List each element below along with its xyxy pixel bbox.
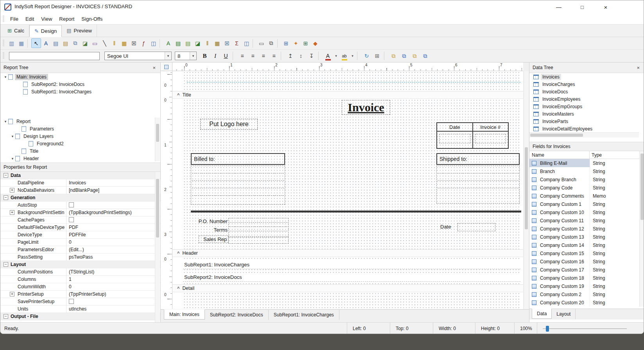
report-tree-scrollbar[interactable] xyxy=(155,118,160,161)
db-checkbox-tool-icon[interactable]: ☒ xyxy=(222,38,232,48)
barcode2d-tool-icon[interactable]: ▦ xyxy=(119,38,129,48)
property-value[interactable]: 0 xyxy=(69,284,154,289)
tree-expander-icon[interactable]: ▾ xyxy=(3,120,8,123)
db-memo-tool-icon[interactable]: ▤ xyxy=(173,38,183,48)
property-row[interactable]: Columns 1 xyxy=(0,276,160,283)
date-field-region[interactable] xyxy=(457,223,495,231)
style-name-input[interactable] xyxy=(9,52,100,60)
angle-rotate-icon[interactable]: ↻ xyxy=(362,51,371,61)
title-band-bar[interactable]: ^ Title xyxy=(172,91,523,99)
property-value[interactable]: (TStringList) xyxy=(69,269,154,275)
band-collapse-icon[interactable]: ^ xyxy=(177,286,179,291)
logo-placeholder[interactable]: Put Logo here xyxy=(200,119,258,130)
data-tree-node[interactable]: Invoices xyxy=(529,73,644,80)
date-header-cell[interactable]: Date xyxy=(437,123,472,131)
tree-expander-icon[interactable]: ▾ xyxy=(3,75,8,79)
report-page[interactable]: ^ Title Invoice Put Logo here Date Invoi… xyxy=(172,71,523,309)
image-tool-icon[interactable]: ◪ xyxy=(80,38,90,48)
font-size-select[interactable]: 8 ▾ xyxy=(175,52,197,60)
send-to-back-icon[interactable]: ⧉ xyxy=(399,51,409,61)
terms-label[interactable]: Terms xyxy=(191,227,228,233)
memo-tool-icon[interactable]: ▤ xyxy=(51,38,61,48)
property-value[interactable]: 1 xyxy=(69,277,154,282)
bring-to-front-icon[interactable]: ⧉ xyxy=(389,51,398,61)
property-row[interactable]: SavePrinterSetup xyxy=(0,298,160,305)
field-row[interactable]: Company Code String xyxy=(529,184,644,192)
menu-item[interactable]: Sign-Offs xyxy=(78,14,106,23)
align-bottom-icon[interactable]: ↧ xyxy=(307,51,316,61)
shipped-to-region[interactable] xyxy=(436,166,520,204)
bold-button[interactable]: B xyxy=(200,51,210,61)
menu-item[interactable]: Edit xyxy=(22,14,38,23)
field-row[interactable]: Company Custom 20 String xyxy=(529,298,644,307)
property-value[interactable]: PDFFile xyxy=(69,232,154,238)
canvas-vertical-scrollbar[interactable] xyxy=(524,71,529,309)
tree-expander-icon[interactable]: ▾ xyxy=(10,157,15,161)
data-tree-hscrollbar[interactable] xyxy=(529,132,639,138)
scrollbar-thumb[interactable] xyxy=(640,154,644,220)
property-row[interactable]: CachePages xyxy=(0,216,160,224)
property-row[interactable]: PageLimit 0 xyxy=(0,239,160,246)
property-row[interactable]: AutoStop xyxy=(0,202,160,209)
field-row[interactable]: Company Custom 14 String xyxy=(529,241,644,249)
menu-item[interactable]: File xyxy=(7,14,22,23)
property-row[interactable]: Generation xyxy=(0,194,160,202)
field-row[interactable]: Company Custom 10 String xyxy=(529,208,644,216)
shape-tool-icon[interactable]: ▭ xyxy=(90,38,100,48)
subreport1-object[interactable]: SubReport1: InvoiceCharges xyxy=(183,261,520,269)
tree-expander-icon[interactable]: ▾ xyxy=(10,134,15,138)
close-button[interactable]: × xyxy=(594,0,617,14)
invoice-heading-label[interactable]: Invoice xyxy=(342,100,390,115)
highlight-color-icon[interactable]: ab xyxy=(339,51,349,61)
mode-tab[interactable]: ✎ Design xyxy=(29,25,62,37)
data-tree-node[interactable]: InvoiceMasters xyxy=(529,110,644,118)
dropdown-arrow-icon[interactable]: ▾ xyxy=(165,52,171,60)
close-panel-icon[interactable]: × xyxy=(151,65,157,71)
report-tree-node[interactable]: SubReport1: InvoiceCharges xyxy=(0,88,160,95)
property-expander-icon[interactable] xyxy=(4,195,8,200)
zoom-slider[interactable] xyxy=(537,323,639,334)
property-value[interactable] xyxy=(69,299,154,304)
field-row[interactable]: Company Custom 16 String xyxy=(529,257,644,266)
field-row[interactable]: Company Custom 1 String xyxy=(529,200,644,208)
field-row[interactable]: Company Comments Memo xyxy=(529,192,644,200)
highlight-color-dropdown-icon[interactable]: ▾ xyxy=(350,51,355,61)
richtext-tool-icon[interactable]: ▤ xyxy=(61,38,70,48)
align-top-icon[interactable]: ↥ xyxy=(285,51,295,61)
report-tree-node[interactable]: Title xyxy=(0,147,160,155)
field-row[interactable]: Company Custom 18 String xyxy=(529,274,644,282)
calc-tool-icon[interactable]: ƒ xyxy=(139,38,149,48)
date-label[interactable]: Date xyxy=(440,224,451,230)
data-tree-node[interactable]: InvoiceCharges xyxy=(529,80,644,88)
data-tree-node[interactable]: InvoiceParts xyxy=(529,118,644,125)
divider-line[interactable] xyxy=(191,211,521,212)
align-right-icon[interactable]: ≡ xyxy=(258,51,268,61)
date-value-cell[interactable] xyxy=(437,132,472,148)
report-tab[interactable]: SubReport2: InvoiceDocs xyxy=(205,310,269,320)
data-tree-node[interactable]: InvoiceEmployees xyxy=(529,95,644,103)
scrollbar-thumb[interactable] xyxy=(156,124,159,142)
invoice-number-value-cell[interactable] xyxy=(472,132,508,148)
property-row[interactable]: Output - File xyxy=(0,313,160,320)
property-expander-icon[interactable] xyxy=(10,210,14,215)
zoom-slider-thumb[interactable] xyxy=(546,326,549,332)
billed-to-label[interactable]: Billed to: xyxy=(191,153,285,165)
report-tree-node[interactable]: ▾ Header xyxy=(0,155,160,162)
font-color-dropdown-icon[interactable]: ▾ xyxy=(334,51,339,61)
property-row[interactable]: Layout xyxy=(0,261,160,268)
chart-tool-icon[interactable]: ◫ xyxy=(149,38,158,48)
report-tree-node[interactable]: Parameters xyxy=(0,125,160,132)
table-grid-icon[interactable]: ⊞ xyxy=(301,38,310,48)
fields-scrollbar[interactable] xyxy=(639,151,644,307)
property-expander-icon[interactable] xyxy=(4,262,8,267)
region-tool-icon[interactable]: ▭ xyxy=(257,38,266,48)
sales-rep-field-region[interactable] xyxy=(228,237,289,244)
billed-to-region[interactable] xyxy=(191,166,285,205)
barcode-tool-icon[interactable]: ‖ xyxy=(109,38,119,48)
field-row[interactable]: Company Branch String xyxy=(529,175,644,184)
db-chart-tool-icon[interactable]: ◫ xyxy=(242,38,251,48)
data-tree-node[interactable]: InvoiceEmpGroups xyxy=(529,103,644,110)
db-text-tool-icon[interactable]: A xyxy=(163,38,173,48)
underline-button[interactable]: U xyxy=(221,51,231,61)
db-richtext-tool-icon[interactable]: ▤ xyxy=(183,38,193,48)
